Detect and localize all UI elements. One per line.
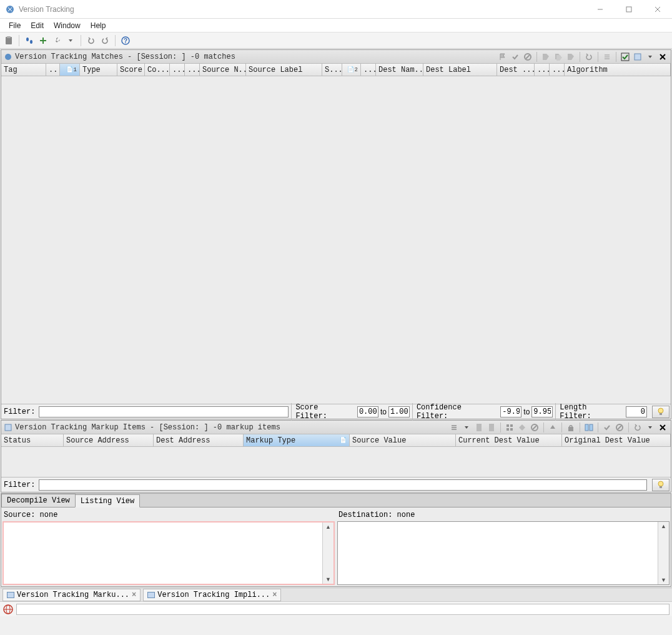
footprints-icon[interactable] [23, 34, 36, 47]
bottom-tab-markup-close[interactable]: × [132, 591, 136, 599]
score-to-input[interactable] [388, 406, 410, 418]
col-destnam[interactable]: Dest Nam... [376, 64, 423, 76]
score-from-input[interactable] [357, 406, 378, 418]
dropdown-icon-3[interactable] [645, 422, 656, 433]
undo-icon[interactable] [85, 34, 97, 47]
tag-arrow-icon[interactable] [565, 51, 576, 62]
dest-scrollbar[interactable]: ▲▼ [658, 522, 669, 584]
dropdown-icon[interactable] [645, 51, 656, 62]
window-title: Version Tracking [19, 5, 586, 14]
status-globe-icon[interactable] [2, 604, 14, 615]
col-co[interactable]: Co... [145, 64, 170, 76]
col-status[interactable]: Status [1, 434, 64, 446]
clipboard-icon[interactable] [2, 34, 15, 47]
undo-icon-2[interactable] [632, 422, 643, 433]
list-menu-icon[interactable] [448, 422, 460, 433]
bottom-tab-impli-close[interactable]: × [272, 591, 277, 599]
arrow-up-icon[interactable] [547, 422, 558, 433]
check-green-icon[interactable] [620, 51, 631, 62]
to-label-1: to [380, 408, 387, 416]
block-icon-2[interactable] [529, 422, 540, 433]
col-s[interactable]: S... [322, 64, 342, 76]
svg-rect-37 [568, 427, 573, 431]
col-sourcen[interactable]: Source N... [200, 64, 246, 76]
markup-table-body [1, 447, 671, 477]
bottom-tab-markup[interactable]: Version Tracking Marku... × [2, 589, 141, 601]
close-button[interactable] [643, 0, 672, 19]
col-origdest[interactable]: Original Dest Value [562, 434, 671, 446]
panel-close-icon[interactable] [657, 51, 668, 62]
col-dots2[interactable]: ... [170, 64, 185, 76]
plus-icon[interactable] [37, 34, 49, 47]
col-dots3[interactable]: ... [185, 64, 200, 76]
col-sourcelabel[interactable]: Source Label [246, 64, 322, 76]
grid-icon[interactable] [504, 422, 515, 433]
svg-rect-34 [510, 428, 513, 431]
main-toolbar: ? [0, 32, 672, 49]
col-dest[interactable]: Dest ... [497, 64, 535, 76]
col-dots5[interactable]: ... [535, 64, 550, 76]
col-sourceaddr[interactable]: Source Address [64, 434, 154, 446]
col-sort1[interactable]: 📄1 [60, 64, 80, 76]
check-icon-2[interactable] [601, 422, 613, 433]
col-destlabel[interactable]: Dest Label [423, 64, 497, 76]
col-destaddr[interactable]: Dest Address [154, 434, 244, 446]
conf-from-input[interactable] [500, 406, 521, 418]
menu-help[interactable]: Help [86, 21, 111, 30]
panel-close-icon-2[interactable] [657, 422, 668, 433]
col-algorithm[interactable]: Algorithm [565, 64, 671, 76]
doc-icon-2[interactable] [486, 422, 497, 433]
col-type[interactable]: Type [80, 64, 117, 76]
undo-panel-icon[interactable] [583, 51, 595, 62]
conf-to-input[interactable] [531, 406, 553, 418]
menu-file[interactable]: File [4, 21, 26, 30]
settings-icon[interactable] [632, 51, 643, 62]
filter-input[interactable] [39, 406, 289, 418]
app-icon [5, 4, 15, 14]
lock-icon[interactable] [565, 422, 576, 433]
matches-table-header: Tag ... 📄1 Type Score Co... ... ... Sour… [1, 64, 671, 76]
minimize-button[interactable] [586, 0, 615, 19]
col-dots6[interactable]: ... [550, 64, 565, 76]
col-dots1[interactable]: ... [46, 64, 60, 76]
svg-rect-19 [621, 53, 629, 61]
svg-rect-39 [590, 424, 593, 431]
diamond-icon[interactable] [516, 422, 528, 433]
dropdown-arrow-icon[interactable] [64, 34, 77, 47]
col-dots4[interactable]: ... [361, 64, 376, 76]
tab-listing[interactable]: Listing View [75, 494, 140, 508]
help-icon[interactable]: ? [119, 34, 132, 47]
wrench-icon[interactable] [51, 34, 63, 47]
markup-filter-input[interactable] [39, 479, 647, 491]
doc-icon-1[interactable] [473, 422, 485, 433]
menu-window[interactable]: Window [49, 21, 86, 30]
markup-table-header: Status Source Address Dest Address Marku… [1, 434, 671, 447]
tags-icon[interactable] [553, 51, 564, 62]
flag-icon[interactable] [497, 51, 508, 62]
col-score[interactable]: Score [117, 64, 145, 76]
bottom-tab-markup-label: Version Tracking Marku... [17, 591, 129, 599]
col-sourceval[interactable]: Source Value [350, 434, 456, 446]
list-icon[interactable] [601, 51, 613, 62]
listing-area: Source: none ▲▼ Destination: none ▲▼ [1, 508, 671, 586]
len-input[interactable] [626, 406, 647, 418]
tab-decompile[interactable]: Decompile View [1, 494, 76, 507]
col-currentdest[interactable]: Current Dest Value [456, 434, 562, 446]
block-icon[interactable] [522, 51, 533, 62]
col-markuptype[interactable]: Markup Type📄 [244, 434, 350, 446]
menu-edit[interactable]: Edit [26, 21, 49, 30]
block-icon-3[interactable] [614, 422, 625, 433]
col-sort2[interactable]: 📄2 [342, 64, 361, 76]
lightbulb-button[interactable] [652, 406, 670, 418]
lightbulb-button-2[interactable] [652, 479, 670, 491]
tag-icon[interactable] [540, 51, 551, 62]
columns-blue-icon[interactable] [583, 422, 595, 433]
maximize-button[interactable] [615, 0, 643, 19]
check-icon[interactable] [510, 51, 521, 62]
dropdown-icon-2[interactable] [461, 422, 472, 433]
col-tag[interactable]: Tag [1, 64, 46, 76]
redo-icon[interactable] [99, 34, 111, 47]
status-text-box [16, 604, 670, 615]
source-scrollbar[interactable]: ▲▼ [322, 522, 334, 584]
bottom-tab-impli[interactable]: Version Tracking Impli... × [143, 589, 281, 601]
